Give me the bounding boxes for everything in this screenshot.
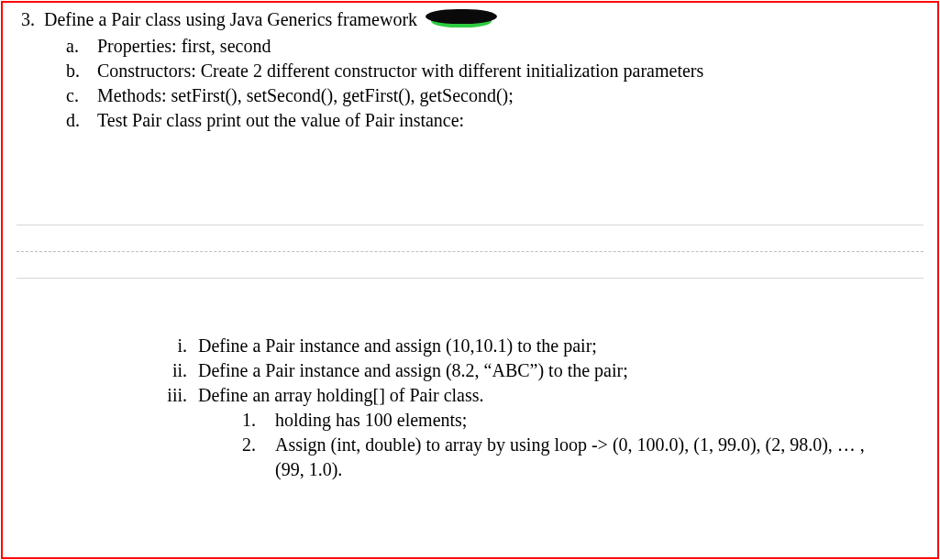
- sub-text: Properties: first, second: [97, 34, 923, 59]
- divider-dashed: [17, 251, 923, 252]
- roman-text: Define a Pair instance and assign (8.2, …: [198, 358, 923, 383]
- roman-sublist: i. Define a Pair instance and assign (10…: [154, 334, 923, 482]
- nested-num-list: 1. holding has 100 elements; 2. Assign (…: [242, 408, 923, 482]
- sub-marker: d.: [66, 108, 97, 133]
- nested-item-1: 1. holding has 100 elements;: [242, 408, 923, 433]
- roman-marker: ii.: [154, 358, 198, 383]
- nested-marker: 1.: [242, 408, 275, 433]
- roman-item-iii: iii. Define an array holding[] of Pair c…: [154, 383, 923, 482]
- question-text-wrap: Define a Pair class using Java Generics …: [44, 7, 923, 32]
- nested-text: holding has 100 elements;: [275, 408, 923, 433]
- sub-marker: a.: [66, 34, 97, 59]
- roman-marker: iii.: [154, 383, 198, 482]
- sub-marker: b.: [66, 59, 97, 83]
- roman-item-i: i. Define a Pair instance and assign (10…: [154, 334, 923, 358]
- document-content: 3. Define a Pair class using Java Generi…: [0, 0, 940, 489]
- sub-item-c: c. Methods: setFirst(), setSecond(), get…: [66, 83, 923, 108]
- question-item: 3. Define a Pair class using Java Generi…: [17, 7, 923, 32]
- sub-text: Test Pair class print out the value of P…: [97, 108, 923, 133]
- roman-text: Define an array holding[] of Pair class.: [198, 385, 484, 405]
- sub-item-a: a. Properties: first, second: [66, 34, 923, 59]
- divider-line: [17, 278, 923, 279]
- sub-item-b: b. Constructors: Create 2 different cons…: [66, 59, 923, 83]
- redaction-mark: [426, 9, 497, 29]
- sub-item-d: d. Test Pair class print out the value o…: [66, 108, 923, 133]
- roman-text-wrap: Define an array holding[] of Pair class.…: [198, 383, 923, 482]
- roman-marker: i.: [154, 334, 198, 358]
- nested-item-2: 2. Assign (int, double) to array by usin…: [242, 433, 923, 482]
- alpha-sublist: a. Properties: first, second b. Construc…: [66, 34, 923, 133]
- question-number: 3.: [17, 7, 44, 32]
- sub-text: Constructors: Create 2 different constru…: [97, 59, 923, 83]
- nested-text: Assign (int, double) to array by using l…: [275, 433, 923, 482]
- divider-line: [17, 225, 923, 225]
- sub-text: Methods: setFirst(), setSecond(), getFir…: [97, 83, 923, 108]
- roman-text: Define a Pair instance and assign (10,10…: [198, 334, 923, 358]
- nested-marker: 2.: [242, 433, 275, 482]
- sub-marker: c.: [66, 83, 97, 108]
- separator-zone: [17, 225, 923, 279]
- roman-item-ii: ii. Define a Pair instance and assign (8…: [154, 358, 923, 383]
- question-text: Define a Pair class using Java Generics …: [44, 9, 417, 29]
